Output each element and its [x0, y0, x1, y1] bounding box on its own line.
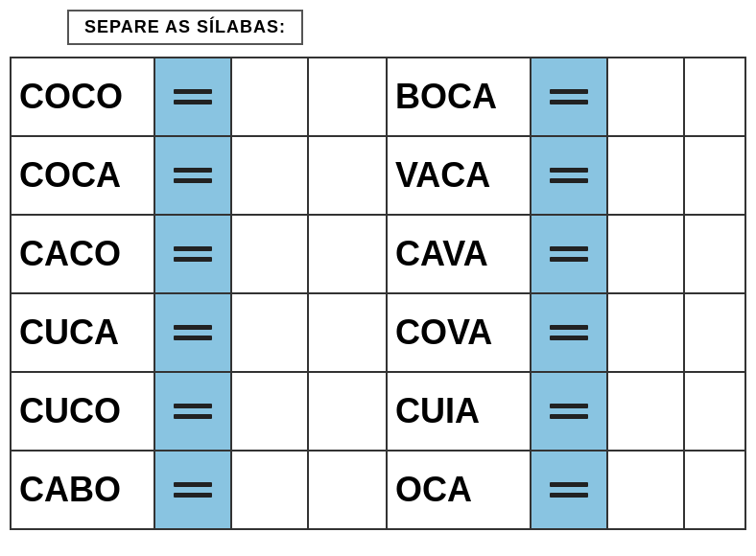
- syllable-box-blue: [155, 452, 232, 528]
- syllable-box-empty[interactable]: [232, 137, 309, 214]
- syllable-box-empty[interactable]: [232, 294, 309, 371]
- syllable-box-blue: [532, 452, 608, 528]
- syllable-box-empty[interactable]: [232, 216, 309, 292]
- word-cell: COVA: [388, 294, 532, 371]
- left-half: COCO: [12, 58, 388, 135]
- equals-icon: [174, 246, 212, 262]
- word-cell: CAVA: [388, 216, 532, 292]
- syllable-box-blue: [532, 294, 608, 371]
- syllable-box-empty[interactable]: [608, 58, 685, 135]
- syllable-box-empty[interactable]: [685, 452, 756, 528]
- equals-icon: [174, 482, 212, 498]
- word-cell: VACA: [388, 137, 532, 214]
- syllable-box-empty[interactable]: [608, 216, 685, 292]
- equals-icon: [550, 325, 588, 340]
- left-half: CACO: [12, 216, 388, 292]
- word-cell: CUCA: [12, 294, 155, 371]
- equals-icon: [174, 168, 212, 183]
- syllable-box-blue: [532, 137, 608, 214]
- syllable-box-empty[interactable]: [232, 452, 309, 528]
- syllable-box-blue: [155, 294, 232, 371]
- syllable-box-blue: [532, 373, 608, 450]
- equals-icon: [174, 325, 212, 340]
- equals-icon: [550, 89, 588, 104]
- pair-row: CACO CAVA: [12, 216, 744, 294]
- word-cell: BOCA: [388, 58, 532, 135]
- left-half: CUCO: [12, 373, 388, 450]
- syllable-box-blue: [155, 216, 232, 292]
- word-cell: CABO: [12, 452, 155, 528]
- equals-icon: [550, 168, 588, 183]
- page-title-box: SEPARE AS SÍLABAS:: [67, 10, 303, 45]
- word-cell: CUIA: [388, 373, 532, 450]
- right-half: CAVA: [388, 216, 756, 292]
- syllable-box-empty[interactable]: [608, 373, 685, 450]
- syllable-box-empty[interactable]: [685, 373, 756, 450]
- syllable-box-empty[interactable]: [608, 137, 685, 214]
- syllable-box-blue: [532, 58, 608, 135]
- syllable-box-empty[interactable]: [685, 137, 756, 214]
- syllable-box-empty[interactable]: [309, 58, 386, 135]
- right-half: BOCA: [388, 58, 756, 135]
- pair-row: CUCO CUIA: [12, 373, 744, 452]
- equals-icon: [550, 482, 588, 498]
- syllable-box-blue: [532, 216, 608, 292]
- syllable-box-empty[interactable]: [309, 452, 386, 528]
- pair-row: CABO OCA: [12, 452, 744, 528]
- syllable-box-blue: [155, 137, 232, 214]
- right-half: VACA: [388, 137, 756, 214]
- syllable-box-empty[interactable]: [685, 216, 756, 292]
- syllable-box-blue: [155, 58, 232, 135]
- syllable-box-empty[interactable]: [232, 58, 309, 135]
- syllable-box-empty[interactable]: [309, 373, 386, 450]
- equals-icon: [174, 404, 212, 419]
- equals-icon: [174, 89, 212, 104]
- equals-icon: [550, 246, 588, 262]
- right-half: COVA: [388, 294, 756, 371]
- word-cell: OCA: [388, 452, 532, 528]
- left-half: CABO: [12, 452, 388, 528]
- pair-row: COCA VACA: [12, 137, 744, 216]
- syllable-box-empty[interactable]: [232, 373, 309, 450]
- word-cell: COCO: [12, 58, 155, 135]
- word-cell: COCA: [12, 137, 155, 214]
- syllable-box-empty[interactable]: [608, 452, 685, 528]
- pair-row: CUCA COVA: [12, 294, 744, 373]
- syllable-box-empty[interactable]: [685, 58, 756, 135]
- left-half: COCA: [12, 137, 388, 214]
- right-half: OCA: [388, 452, 756, 528]
- syllable-box-empty[interactable]: [608, 294, 685, 371]
- pair-row: COCO BOCA: [12, 58, 744, 137]
- left-half: CUCA: [12, 294, 388, 371]
- all-rows: COCO BOCA COCA VACA: [10, 57, 746, 530]
- equals-icon: [550, 404, 588, 419]
- word-cell: CUCO: [12, 373, 155, 450]
- syllable-box-empty[interactable]: [309, 294, 386, 371]
- syllable-box-empty[interactable]: [309, 216, 386, 292]
- page-title: SEPARE AS SÍLABAS:: [84, 17, 286, 36]
- right-half: CUIA: [388, 373, 756, 450]
- syllable-box-empty[interactable]: [309, 137, 386, 214]
- word-cell: CACO: [12, 216, 155, 292]
- syllable-box-empty[interactable]: [685, 294, 756, 371]
- syllable-box-blue: [155, 373, 232, 450]
